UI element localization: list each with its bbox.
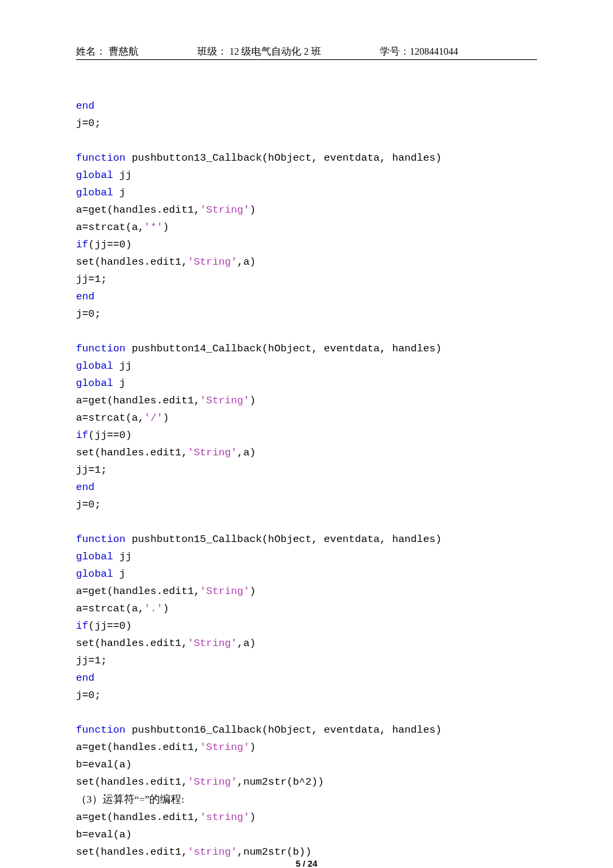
code-line: global j	[76, 187, 125, 199]
document-page: 姓名： 曹慈航班级： 12 级电气自动化 2 班学号：1208441044 en…	[0, 0, 613, 868]
class-label: 班级：	[197, 46, 227, 57]
code-line: j=0;	[76, 308, 101, 320]
keyword-if: if	[76, 429, 89, 441]
header-id: 学号：1208441044	[380, 45, 458, 58]
code-line: a=get(handles.edit1,'string')	[76, 811, 256, 823]
code-line: a=get(handles.edit1,'String')	[76, 395, 256, 407]
code-line: set(handles.edit1,'string',num2str(b))	[76, 846, 311, 858]
code-line: a=strcat(a,'/')	[76, 412, 169, 424]
code-line: end	[76, 291, 95, 303]
code-line: set(handles.edit1,'String',a)	[76, 637, 256, 649]
code-line: end	[76, 672, 95, 684]
keyword-global: global	[76, 568, 113, 580]
code-line: set(handles.edit1,'String',a)	[76, 256, 256, 268]
keyword-global: global	[76, 551, 113, 563]
code-line: global j	[76, 568, 125, 580]
name-value: 曹慈航	[109, 46, 139, 57]
code-line: end	[76, 100, 95, 112]
keyword-global: global	[76, 187, 113, 199]
string-literal: 'String'	[200, 395, 249, 407]
code-line: a=get(handles.edit1,'String')	[76, 585, 256, 597]
id-value: 1208441044	[410, 46, 458, 57]
string-literal: '.'	[144, 603, 163, 615]
keyword-function: function	[76, 343, 125, 355]
string-literal: '*'	[144, 221, 163, 233]
code-line: j=0;	[76, 117, 101, 129]
id-label: 学号：	[380, 46, 410, 57]
code-line: a=strcat(a,'.')	[76, 603, 169, 615]
header-name: 姓名： 曹慈航	[76, 45, 139, 58]
string-literal: 'String'	[187, 776, 237, 788]
code-block: end j=0; function pushbutton13_Callback(…	[76, 80, 537, 861]
string-literal: 'string'	[187, 846, 237, 858]
code-line: j=0;	[76, 499, 101, 511]
code-line: set(handles.edit1,'String',num2str(b^2))	[76, 776, 324, 788]
class-value: 12 级电气自动化 2 班	[229, 46, 321, 57]
code-line: global jj	[76, 360, 132, 372]
keyword-function: function	[76, 533, 125, 545]
keyword-global: global	[76, 169, 113, 181]
code-line: jj=1;	[76, 655, 107, 667]
code-line: b=eval(a)	[76, 759, 132, 771]
code-line: b=eval(a)	[76, 829, 132, 841]
code-line-comment: （3）运算符“=”的编程:	[76, 793, 185, 805]
code-line: j=0;	[76, 689, 101, 701]
code-line: end	[76, 481, 95, 493]
string-literal: 'String'	[200, 585, 249, 597]
code-line: jj=1;	[76, 273, 107, 285]
code-line: function pushbutton15_Callback(hObject, …	[76, 533, 442, 545]
string-literal: 'string'	[200, 811, 249, 823]
code-line: global jj	[76, 551, 132, 563]
keyword-function: function	[76, 724, 125, 736]
string-literal: 'String'	[200, 204, 249, 216]
keyword-global: global	[76, 377, 113, 389]
keyword-end: end	[76, 672, 95, 684]
string-literal: 'String'	[187, 637, 237, 649]
string-literal: 'String'	[187, 447, 237, 459]
name-label: 姓名：	[76, 46, 106, 57]
code-line: set(handles.edit1,'String',a)	[76, 447, 256, 459]
code-line: function pushbutton16_Callback(hObject, …	[76, 724, 442, 736]
code-line: function pushbutton13_Callback(hObject, …	[76, 152, 442, 164]
keyword-end: end	[76, 481, 95, 493]
string-literal: '/'	[144, 412, 163, 424]
code-line: global jj	[76, 169, 132, 181]
code-line: if(jj==0)	[76, 239, 132, 251]
keyword-global: global	[76, 360, 113, 372]
string-literal: 'String'	[200, 741, 249, 753]
header-class: 班级： 12 级电气自动化 2 班	[197, 45, 321, 58]
keyword-end: end	[76, 291, 95, 303]
page-number: 5 / 24	[296, 859, 318, 868]
page-footer: 5 / 24	[0, 859, 613, 868]
keyword-if: if	[76, 620, 89, 632]
code-line: a=get(handles.edit1,'String')	[76, 204, 256, 216]
code-line: a=strcat(a,'*')	[76, 221, 169, 233]
keyword-end: end	[76, 100, 95, 112]
page-header: 姓名： 曹慈航班级： 12 级电气自动化 2 班学号：1208441044	[76, 45, 537, 60]
code-line: jj=1;	[76, 464, 107, 476]
code-line: if(jj==0)	[76, 620, 132, 632]
code-line: a=get(handles.edit1,'String')	[76, 741, 256, 753]
code-line: if(jj==0)	[76, 429, 132, 441]
code-line: global j	[76, 377, 125, 389]
keyword-if: if	[76, 239, 89, 251]
keyword-function: function	[76, 152, 125, 164]
code-line: function pushbutton14_Callback(hObject, …	[76, 343, 442, 355]
string-literal: 'String'	[187, 256, 237, 268]
